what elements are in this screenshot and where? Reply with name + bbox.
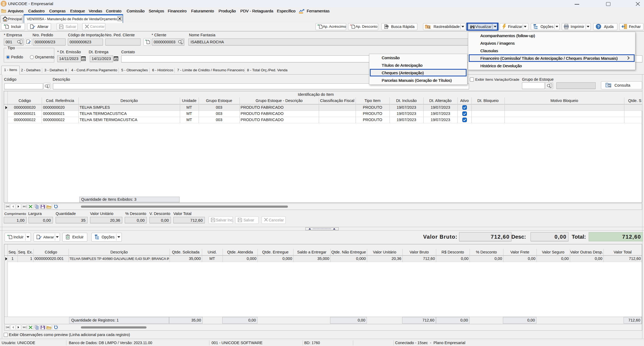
svg-text:?: ? [597, 24, 600, 29]
svg-text:15: 15 [82, 58, 85, 61]
svg-text:15: 15 [115, 58, 117, 61]
